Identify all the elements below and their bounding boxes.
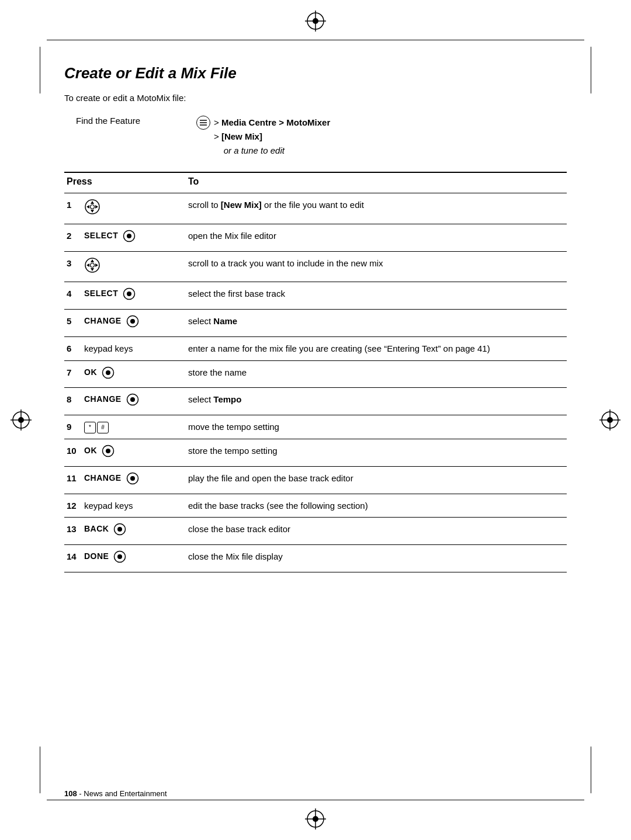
press-cell: 10 OK [64,439,186,467]
path-or-tune: or a tune to edit [224,145,285,155]
table-row: 13 BACK close the base track editor [64,518,567,545]
table-row: 2 SELECT open the Mix file editor [64,224,567,251]
select-label: SELECT [84,287,118,299]
to-cell: select Name [186,310,567,337]
dpad-icon [84,199,100,218]
row-num: 6 [67,342,79,355]
change-label: CHANGE [84,393,122,405]
press-col: 2 SELECT [67,230,183,246]
back-circle-icon [113,523,126,539]
find-feature-label: Find the Feature [76,116,193,126]
table-row: 11 CHANGE play the file and open the bas… [64,466,567,494]
menu-circle-icon [196,116,210,130]
path-line-3: or a tune to edit [214,144,330,158]
table-row: 10 OK store the tempo setting [64,439,567,467]
svg-marker-30 [86,263,89,267]
svg-marker-23 [95,205,98,209]
row-num: 8 [67,393,79,406]
press-cell: 4 SELECT [64,282,186,310]
to-cell: select Tempo [186,388,567,415]
press-cell: 6 keypad keys [64,336,186,360]
press-cell: 7 OK [64,360,186,388]
change-circle-icon [126,393,139,409]
ok-circle-icon [102,445,115,461]
change-circle-icon [126,315,139,331]
to-cell: open the Mix file editor [186,224,567,251]
footer-text: - News and Entertainment [79,789,167,798]
press-cell: 3 [64,251,186,282]
border-left-top [40,47,40,93]
path-motomixer: MotoMixer [286,117,330,127]
path-line-1: > Media Centre > MotoMixer [214,116,330,130]
to-cell: store the tempo setting [186,439,567,467]
to-cell: close the base track editor [186,518,567,545]
reg-mark-left [11,409,32,431]
table-header: Press To [64,172,567,193]
reg-mark-right [599,409,620,431]
table-row: 3 scroll to a track you want to include [64,251,567,282]
border-right-top [591,47,591,93]
border-right-bottom [591,747,591,793]
change-circle-icon [126,472,139,488]
path-media-centre: Media Centre [221,117,276,127]
table-row: 14 DONE close the Mix file display [64,545,567,572]
to-cell: select the first base track [186,282,567,310]
row-num: 2 [67,230,79,242]
tempo-bold: Tempo [213,394,241,404]
press-col: 6 keypad keys [67,342,183,355]
find-feature-row: Find the Feature > Media Centre > MotoMi… [64,116,567,158]
path-line-2: > [New Mix] [214,130,330,144]
table-row: 5 CHANGE select Name [64,310,567,337]
to-header: To [186,172,567,193]
back-label: BACK [84,523,109,534]
press-header: Press [64,172,186,193]
change-label: CHANGE [84,472,122,484]
table-row: 1 scroll to [New Mix] or the file you wa [64,193,567,224]
row-num: 12 [67,499,79,512]
ok-circle-icon [102,366,115,383]
press-col: 5 CHANGE [67,315,183,331]
press-col: 3 [67,257,183,277]
to-cell: scroll to [New Mix] or the file you want… [186,193,567,224]
select-circle-icon [123,230,136,246]
svg-point-26 [127,234,131,238]
press-col: 12 keypad keys [67,499,183,512]
row-num: 13 [67,523,79,536]
row-num: 1 [67,199,79,211]
hash-key-icon: # [97,422,109,433]
reg-mark-top [305,11,326,32]
row-num: 10 [67,445,79,457]
press-cell: 11 CHANGE [64,466,186,494]
instructions-table: Press To 1 [64,172,567,572]
to-cell: scroll to a track you want to include in… [186,251,567,282]
table-row: 6 keypad keys enter a name for the mix f… [64,336,567,360]
table-row: 8 CHANGE select Tempo [64,388,567,415]
path-arrow-2: > [214,131,221,141]
press-col: 14 DONE [67,550,183,567]
border-top [47,40,584,40]
name-bold: Name [213,316,237,326]
svg-point-32 [91,263,95,267]
intro-text: To create or edit a MotoMix file: [64,93,567,103]
row-num: 3 [67,257,79,270]
svg-point-34 [127,291,131,296]
press-cell: 1 [64,193,186,224]
asterisk-key-icon: * [84,422,96,433]
asterisk-hash-group: * # [84,422,109,433]
press-cell: 9 * # [64,415,186,439]
press-cell: 8 CHANGE [64,388,186,415]
ok-label: OK [84,445,97,456]
to-cell: store the name [186,360,567,388]
svg-point-40 [130,397,135,402]
to-cell: edit the base tracks (see the following … [186,494,567,518]
to-cell: close the Mix file display [186,545,567,572]
press-cell: 12 keypad keys [64,494,186,518]
done-circle-icon [113,550,126,567]
row-num: 14 [67,550,79,563]
select-label: SELECT [84,230,118,241]
svg-marker-22 [86,205,89,209]
press-col: 10 OK [67,445,183,461]
main-content: Create or Edit a Mix File To create or e… [64,64,567,787]
svg-marker-20 [91,201,94,204]
press-cell: 14 DONE [64,545,186,572]
